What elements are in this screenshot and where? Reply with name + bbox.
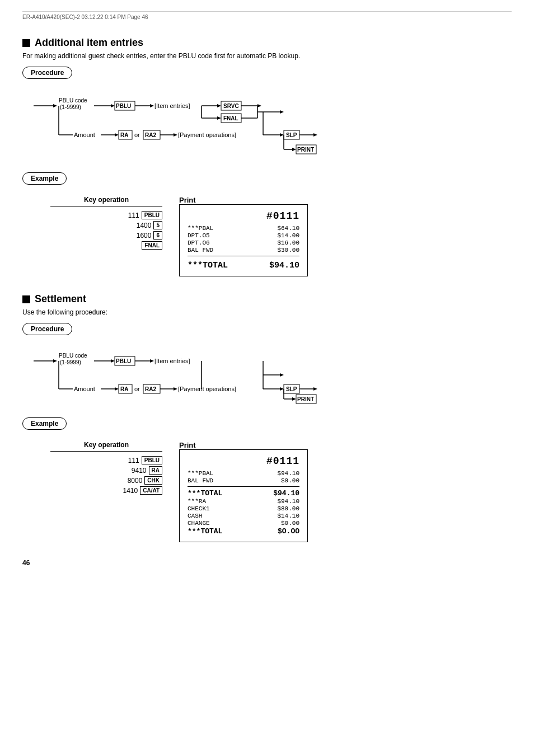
svg-marker-16 [257,104,261,107]
svg-marker-82 [280,387,284,391]
page-number: 46 [22,559,512,567]
svg-marker-61 [150,359,154,363]
receipt2-row-5: CHANGE $0.00 [188,520,299,527]
receipt2-row-3: CHECK1 $80.00 [188,505,299,512]
key-op2-row-2: 8000 CHK [50,476,162,485]
r2-val-1: $0.00 [281,477,299,484]
section1-example-badge: Example [22,172,67,185]
section2-flow-diagram: PBLU code (1-9999) PBLU [Item entries] [28,345,512,408]
svg-marker-79 [280,373,284,377]
section2-example-layout: Key operation 111 PBLU 9410 RA 8000 CHK … [50,441,512,542]
svg-marker-75 [174,387,177,391]
key-num-2: 1600 [129,232,151,240]
r2-val-6: $O.OO [278,527,299,536]
section2-key-op-header: Key operation [50,441,162,452]
r2-val-3: $80.00 [277,505,299,512]
svg-marker-30 [115,133,119,137]
section1-procedure-badge: Procedure [22,67,72,79]
svg-marker-19 [217,116,221,120]
r2-label-4: CASH [188,513,202,519]
r2-val-0: $94.10 [277,470,299,477]
key-box-3: FNAL [142,241,162,250]
section1-print-header: Print [179,196,308,204]
receipt1-row-2: DPT.O6 $16.00 [188,240,299,246]
page-header: ER-A410/A420(SEC)-2 03.12.22 0:14 PM Pag… [22,11,512,20]
svg-text:SRVC: SRVC [223,103,239,109]
receipt1-num: #0111 [188,210,299,222]
svg-text:PRINT: PRINT [297,396,314,402]
receipt2-row-1: BAL FWD $0.00 [188,477,299,484]
key-op-row-1: 1400 5 [50,221,162,229]
svg-text:RA: RA [120,386,128,392]
section2-key-op: Key operation 111 PBLU 9410 RA 8000 CHK … [50,441,162,542]
key-box2-0: PBLU [142,456,162,464]
svg-text:PBLU: PBLU [116,358,131,364]
key-box2-2: CHK [144,476,162,485]
receipt1-row-0: ***PBAL $64.10 [188,225,299,232]
section2-title-text: Settlement [35,293,86,305]
svg-text:SLP: SLP [286,132,297,138]
r2-val-4: $14.10 [277,513,299,519]
svg-marker-40 [280,133,284,137]
svg-marker-57 [111,359,115,363]
svg-marker-89 [292,397,296,401]
svg-marker-12 [217,104,221,107]
r1-total-val: $94.10 [269,261,299,270]
svg-text:or: or [134,132,140,138]
svg-text:RA2: RA2 [145,132,156,138]
r2-label-2: ***RA [188,498,206,505]
section2-procedure-badge: Procedure [22,323,72,335]
svg-text:Amount: Amount [74,132,95,138]
receipt2-row-4: CASH $14.10 [188,513,299,519]
svg-text:PBLU code: PBLU code [59,353,87,359]
r2-val-5: $0.00 [281,520,299,527]
svg-marker-45 [313,133,317,137]
key-box-1: 5 [153,221,162,229]
flow-svg-1: PBLU code (1-9999) PBLU [Item entries] S… [28,89,409,162]
section1-receipt: #0111 ***PBAL $64.10 DPT.O5 $14.00 DPT.O… [179,204,308,276]
r1-label-3: BAL FWD [188,247,213,253]
svg-text:[Payment operations]: [Payment operations] [178,386,236,392]
section2: Settlement Use the following procedure: … [22,293,512,542]
key-num-0: 111 [117,212,139,219]
svg-marker-5 [111,104,115,107]
r2-label-3: CHECK1 [188,505,210,512]
key-num2-2: 8000 [120,477,142,485]
key-op2-row-0: 111 PBLU [50,456,162,464]
r2-label-1: BAL FWD [188,477,213,484]
section2-example-badge: Example [22,417,67,430]
section2-icon [22,295,30,303]
r1-label-2: DPT.O6 [188,240,210,246]
svg-text:SLP: SLP [286,386,297,392]
key-op-row-0: 111 PBLU [50,211,162,219]
r1-label-0: ***PBAL [188,225,213,232]
svg-text:PRINT: PRINT [297,147,314,153]
svg-text:RA2: RA2 [145,386,156,392]
svg-marker-53 [53,359,57,363]
key-box-0: PBLU [142,211,162,219]
section1-icon [22,39,30,47]
r2-total-val: $94.10 [273,489,299,497]
receipt2-row-0: ***PBAL $94.10 [188,470,299,477]
svg-marker-9 [150,104,154,107]
receipt2-total-row: ***TOTAL $94.10 [188,489,299,497]
svg-text:(1-9999): (1-9999) [60,359,81,365]
r2-val-2: $94.10 [277,498,299,505]
key-num2-3: 1410 [115,487,138,495]
section2-print-header: Print [179,441,308,449]
receipt1-row-1: DPT.O5 $14.00 [188,232,299,239]
svg-text:Amount: Amount [74,386,95,392]
r1-label-1: DPT.O5 [188,232,210,239]
r1-total-label: ***TOTAL [188,261,228,270]
r1-val-1: $14.00 [277,232,299,239]
header-text: ER-A410/A420(SEC)-2 03.12.22 0:14 PM Pag… [22,14,148,20]
section1-title: Additional item entries [22,37,512,49]
r2-label-0: ***PBAL [188,470,213,477]
section1-flow-diagram: PBLU code (1-9999) PBLU [Item entries] S… [28,89,512,163]
svg-text:[Item entries]: [Item entries] [154,102,190,109]
section2-print: Print #0111 ***PBAL $94.10 BAL FWD $0.00… [179,441,308,542]
key-num-1: 1400 [129,222,151,229]
receipt1-total: ***TOTAL $94.10 [188,261,299,270]
section2-receipt: #0111 ***PBAL $94.10 BAL FWD $0.00 ***TO… [179,449,308,542]
key-box2-1: RA [149,466,162,475]
